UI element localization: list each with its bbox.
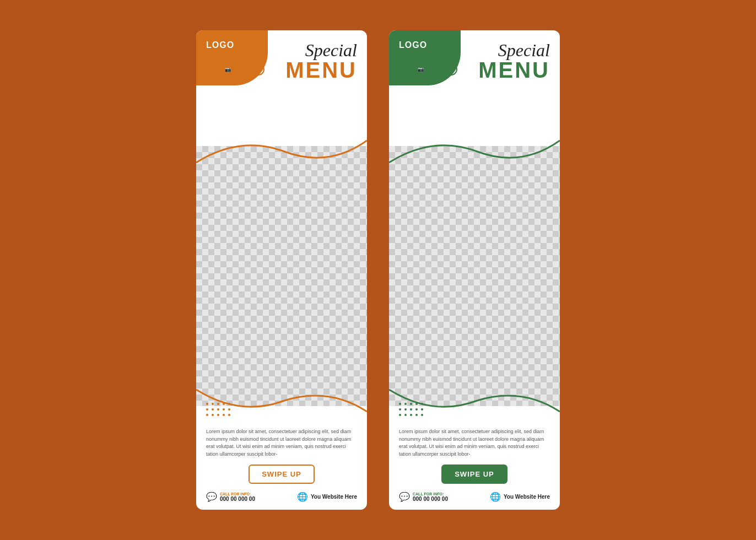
instagram-icon[interactable]: 📷 — [222, 63, 234, 75]
green-logo: LOGO — [399, 40, 427, 50]
dot — [421, 408, 423, 411]
dot — [421, 414, 423, 416]
globe-icon: 🌐 — [490, 492, 501, 502]
dot — [415, 414, 418, 416]
green-description: Lorem ipsum dolor sit amet, consectetuer… — [399, 428, 550, 458]
dot — [399, 414, 401, 416]
dot — [223, 408, 225, 411]
dot — [223, 414, 225, 416]
green-card-bottom: Lorem ipsum dolor sit amet, consectetuer… — [389, 423, 560, 510]
twitter-icon[interactable]: ✕ — [237, 63, 249, 75]
green-title-special: Special — [478, 41, 550, 59]
pinterest-icon[interactable]: P — [252, 63, 264, 75]
green-title-menu: MENU — [478, 59, 550, 81]
dot — [404, 414, 407, 416]
dot — [415, 408, 418, 411]
green-phone-block: CALL FOR INFO: 000 00 000 00 — [413, 492, 448, 502]
dot — [228, 408, 230, 411]
orange-website-item: 🌐 You Website Here — [297, 492, 357, 502]
dot — [212, 414, 214, 416]
orange-blob — [196, 30, 268, 85]
orange-logo: LOGO — [206, 40, 234, 50]
globe-icon: 🌐 — [297, 492, 308, 502]
whatsapp-icon: 💬 — [206, 492, 217, 502]
orange-call-label: CALL FOR INFO: — [220, 492, 255, 496]
dot — [410, 414, 412, 416]
dot — [206, 408, 208, 411]
green-contact-row: 💬 CALL FOR INFO: 000 00 000 00 🌐 You Web… — [399, 492, 550, 502]
green-call-label: CALL FOR INFO: — [413, 492, 448, 496]
orange-contact-row: 💬 CALL FOR INFO: 000 00 000 00 🌐 You Web… — [206, 492, 357, 502]
green-image-section — [389, 129, 560, 423]
dot — [212, 408, 214, 411]
whatsapp-icon: 💬 — [399, 492, 410, 502]
dot — [217, 414, 219, 416]
orange-title-special: Special — [285, 41, 357, 59]
orange-social-icons: f 📷 ✕ P — [206, 63, 264, 75]
green-title-block: Special MENU — [478, 41, 550, 81]
twitter-icon[interactable]: ✕ — [430, 63, 442, 75]
dot — [415, 403, 418, 405]
orange-website: You Website Here — [311, 494, 357, 500]
orange-header: LOGO f 📷 ✕ P Special MENU — [196, 30, 367, 129]
green-website-item: 🌐 You Website Here — [490, 492, 550, 502]
orange-phone-block: CALL FOR INFO: 000 00 000 00 — [220, 492, 255, 502]
orange-image-section — [196, 129, 367, 423]
cards-container: LOGO f 📷 ✕ P Special MENU — [196, 30, 560, 510]
dot — [217, 408, 219, 411]
green-social-icons: f 📷 ✕ P — [399, 63, 457, 75]
orange-phone-item: 💬 CALL FOR INFO: 000 00 000 00 — [206, 492, 255, 502]
instagram-icon[interactable]: 📷 — [414, 63, 426, 75]
dot — [228, 414, 230, 416]
dot — [404, 408, 407, 411]
green-phone: 000 00 000 00 — [413, 496, 448, 502]
dot — [421, 403, 423, 405]
dot — [217, 403, 219, 405]
green-swipe-up-button[interactable]: SWIPE UP — [441, 465, 507, 484]
green-website: You Website Here — [504, 494, 550, 500]
orange-card-bottom: Lorem ipsum dolor sit amet, consectetuer… — [196, 423, 367, 510]
orange-checker — [196, 146, 367, 406]
dot — [410, 403, 412, 405]
dot — [212, 403, 214, 405]
dot — [410, 408, 412, 411]
dot — [228, 403, 230, 405]
green-header: LOGO f 📷 ✕ P Special MENU — [389, 30, 560, 129]
pinterest-icon[interactable]: P — [445, 63, 457, 75]
card-orange: LOGO f 📷 ✕ P Special MENU — [196, 30, 367, 510]
facebook-icon[interactable]: f — [399, 63, 411, 75]
green-phone-item: 💬 CALL FOR INFO: 000 00 000 00 — [399, 492, 448, 502]
orange-title-block: Special MENU — [285, 41, 357, 81]
dot — [399, 403, 401, 405]
green-blob — [389, 30, 461, 85]
orange-swipe-up-button[interactable]: SWIPE UP — [249, 465, 315, 484]
orange-description: Lorem ipsum dolor sit amet, consectetuer… — [206, 428, 357, 458]
facebook-icon[interactable]: f — [206, 63, 218, 75]
dot — [206, 403, 208, 405]
card-green: LOGO f 📷 ✕ P Special MENU — [389, 30, 560, 510]
orange-title-menu: MENU — [285, 59, 357, 81]
dot — [399, 408, 401, 411]
orange-dots — [206, 403, 231, 417]
green-checker — [389, 146, 560, 406]
dot — [404, 403, 407, 405]
dot — [223, 403, 225, 405]
dot — [206, 414, 208, 416]
orange-phone: 000 00 000 00 — [220, 496, 255, 502]
green-dots — [399, 403, 424, 417]
